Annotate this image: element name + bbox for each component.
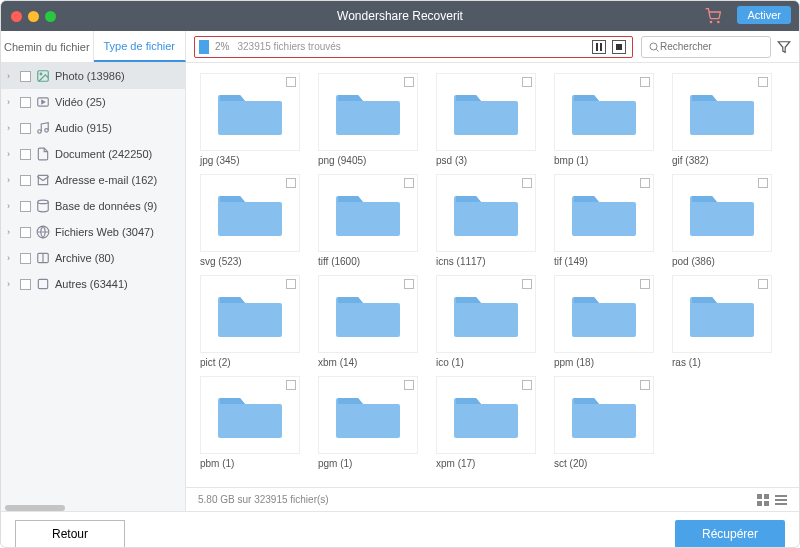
svg-rect-19 (38, 279, 47, 288)
svg-marker-7 (778, 41, 790, 52)
checkbox[interactable] (20, 123, 31, 134)
folder-item[interactable]: pod (386) (672, 174, 772, 267)
folder-item[interactable]: pbm (1) (200, 376, 300, 469)
folder-thumbnail (436, 275, 536, 353)
sidebar-item[interactable]: ›Fichiers Web (3047) (1, 219, 185, 245)
chevron-right-icon: › (7, 201, 15, 211)
svg-rect-3 (600, 43, 602, 51)
category-icon (36, 251, 50, 265)
folder-item[interactable]: ras (1) (672, 275, 772, 368)
search-input[interactable] (660, 41, 764, 52)
close-window-button[interactable] (11, 11, 22, 22)
checkbox[interactable] (640, 178, 650, 188)
folder-item[interactable]: ico (1) (436, 275, 536, 368)
folder-item[interactable]: pgm (1) (318, 376, 418, 469)
tab-file-path[interactable]: Chemin du fichier (1, 31, 94, 62)
sidebar-scrollbar[interactable] (5, 505, 65, 511)
checkbox[interactable] (522, 380, 532, 390)
checkbox[interactable] (758, 279, 768, 289)
folder-icon (334, 289, 402, 339)
checkbox[interactable] (522, 178, 532, 188)
chevron-right-icon: › (7, 175, 15, 185)
folder-item[interactable]: xpm (17) (436, 376, 536, 469)
maximize-window-button[interactable] (45, 11, 56, 22)
sidebar-item[interactable]: ›Vidéo (25) (1, 89, 185, 115)
checkbox[interactable] (640, 279, 650, 289)
cart-icon[interactable] (705, 8, 721, 24)
list-view-icon[interactable] (775, 494, 787, 506)
checkbox[interactable] (640, 77, 650, 87)
checkbox[interactable] (640, 380, 650, 390)
folder-item[interactable]: psd (3) (436, 73, 536, 166)
folder-item[interactable]: xbm (14) (318, 275, 418, 368)
sidebar-item[interactable]: ›Document (242250) (1, 141, 185, 167)
folder-label: xbm (14) (318, 357, 418, 368)
checkbox[interactable] (20, 97, 31, 108)
folder-label: ras (1) (672, 357, 772, 368)
folder-icon (570, 390, 638, 440)
checkbox[interactable] (20, 279, 31, 290)
sidebar-item-label: Autres (63441) (55, 278, 128, 290)
back-button[interactable]: Retour (15, 520, 125, 548)
svg-rect-26 (775, 503, 787, 505)
folder-item[interactable]: tiff (1600) (318, 174, 418, 267)
checkbox[interactable] (758, 178, 768, 188)
folder-item[interactable]: tif (149) (554, 174, 654, 267)
minimize-window-button[interactable] (28, 11, 39, 22)
checkbox[interactable] (404, 178, 414, 188)
activate-button[interactable]: Activer (737, 6, 791, 24)
checkbox[interactable] (404, 380, 414, 390)
folder-item[interactable]: sct (20) (554, 376, 654, 469)
filter-icon[interactable] (777, 40, 791, 54)
checkbox[interactable] (522, 77, 532, 87)
svg-line-6 (656, 49, 658, 51)
sidebar-item[interactable]: ›Autres (63441) (1, 271, 185, 297)
folder-icon (688, 87, 756, 137)
folder-thumbnail (318, 376, 418, 454)
pause-button[interactable] (592, 40, 606, 54)
folder-label: bmp (1) (554, 155, 654, 166)
sidebar-item[interactable]: ›Base de données (9) (1, 193, 185, 219)
grid-view-icon[interactable] (757, 494, 769, 506)
checkbox[interactable] (522, 279, 532, 289)
folder-item[interactable]: icns (1117) (436, 174, 536, 267)
sidebar-item[interactable]: ›Adresse e-mail (162) (1, 167, 185, 193)
checkbox[interactable] (20, 227, 31, 238)
folder-item[interactable]: gif (382) (672, 73, 772, 166)
folder-icon (452, 390, 520, 440)
folder-grid: jpg (345)png (9405)psd (3)bmp (1)gif (38… (186, 63, 799, 487)
checkbox[interactable] (286, 279, 296, 289)
folder-item[interactable]: png (9405) (318, 73, 418, 166)
folder-icon (452, 87, 520, 137)
folder-item[interactable]: ppm (18) (554, 275, 654, 368)
checkbox[interactable] (20, 149, 31, 160)
checkbox[interactable] (286, 178, 296, 188)
svg-rect-22 (757, 501, 762, 506)
folder-icon (452, 188, 520, 238)
checkbox[interactable] (20, 175, 31, 186)
svg-point-1 (718, 21, 719, 22)
folder-item[interactable]: bmp (1) (554, 73, 654, 166)
checkbox[interactable] (404, 77, 414, 87)
sidebar-item[interactable]: ›Audio (915) (1, 115, 185, 141)
checkbox[interactable] (20, 201, 31, 212)
recover-button[interactable]: Récupérer (675, 520, 785, 548)
folder-icon (334, 87, 402, 137)
checkbox[interactable] (286, 380, 296, 390)
stop-button[interactable] (612, 40, 626, 54)
checkbox[interactable] (20, 253, 31, 264)
folder-item[interactable]: pict (2) (200, 275, 300, 368)
checkbox[interactable] (286, 77, 296, 87)
sidebar-item[interactable]: ›Archive (80) (1, 245, 185, 271)
search-box[interactable] (641, 36, 771, 58)
checkbox[interactable] (404, 279, 414, 289)
search-icon (648, 41, 660, 53)
sidebar-item[interactable]: ›Photo (13986) (1, 63, 185, 89)
folder-thumbnail (554, 275, 654, 353)
folder-item[interactable]: jpg (345) (200, 73, 300, 166)
folder-item[interactable]: svg (523) (200, 174, 300, 267)
folder-thumbnail (318, 174, 418, 252)
checkbox[interactable] (758, 77, 768, 87)
checkbox[interactable] (20, 71, 31, 82)
tab-file-type[interactable]: Type de fichier (94, 31, 187, 62)
